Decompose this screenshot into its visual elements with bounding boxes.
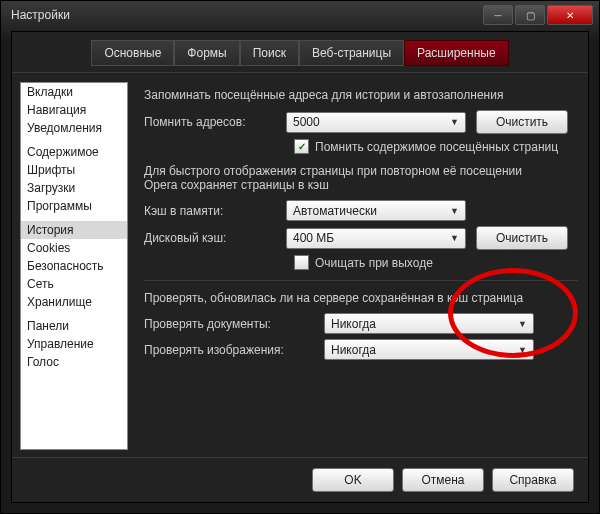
- dialog-body: ОсновныеФормыПоискВеб-страницыРасширенны…: [11, 31, 589, 503]
- cache-intro-1: Для быстрого отображения страницы при по…: [144, 164, 578, 178]
- check-docs-label: Проверять документы:: [144, 317, 314, 331]
- chevron-down-icon: ▼: [450, 117, 459, 127]
- tab-Основные[interactable]: Основные: [91, 40, 174, 66]
- mem-cache-row: Кэш в памяти: Автоматически ▼: [144, 200, 578, 221]
- disk-cache-row: Дисковый кэш: 400 МБ ▼ Очистить: [144, 226, 578, 250]
- minimize-button[interactable]: ─: [483, 5, 513, 25]
- maximize-button[interactable]: ▢: [515, 5, 545, 25]
- window-buttons: ─ ▢ ✕: [481, 5, 593, 25]
- clear-cache-button[interactable]: Очистить: [476, 226, 568, 250]
- check-imgs-value: Никогда: [331, 343, 376, 357]
- clear-history-button[interactable]: Очистить: [476, 110, 568, 134]
- close-button[interactable]: ✕: [547, 5, 593, 25]
- clear-on-exit-label: Очищать при выходе: [315, 256, 433, 270]
- sidebar-item-Безопасность[interactable]: Безопасность: [21, 257, 127, 275]
- disk-cache-value: 400 МБ: [293, 231, 334, 245]
- check-docs-value: Никогда: [331, 317, 376, 331]
- remember-value: 5000: [293, 115, 320, 129]
- sidebar-item-Уведомления[interactable]: Уведомления: [21, 119, 127, 137]
- mem-cache-value: Автоматически: [293, 204, 377, 218]
- help-button[interactable]: Справка: [492, 468, 574, 492]
- history-panel: Запоминать посещённые адреса для истории…: [128, 74, 588, 458]
- titlebar: Настройки ─ ▢ ✕: [1, 1, 599, 29]
- chevron-down-icon: ▼: [518, 345, 527, 355]
- chevron-down-icon: ▼: [518, 319, 527, 329]
- remember-label: Помнить адресов:: [144, 115, 276, 129]
- chevron-down-icon: ▼: [450, 233, 459, 243]
- history-intro: Запоминать посещённые адреса для истории…: [144, 88, 578, 102]
- cache-intro-2: Opera сохраняет страницы в кэш: [144, 178, 578, 192]
- sidebar-item-Хранилище[interactable]: Хранилище: [21, 293, 127, 311]
- check-imgs-row: Проверять изображения: Никогда ▼: [144, 339, 578, 360]
- check-imgs-label: Проверять изображения:: [144, 343, 314, 357]
- sidebar-item-Голос[interactable]: Голос: [21, 353, 127, 371]
- sidebar-item-Сеть[interactable]: Сеть: [21, 275, 127, 293]
- check-intro: Проверять, обновилась ли на сервере сохр…: [144, 291, 578, 305]
- check-docs-row: Проверять документы: Никогда ▼: [144, 313, 578, 334]
- sidebar: ВкладкиНавигацияУведомленияСодержимоеШри…: [20, 82, 128, 450]
- sidebar-item-Вкладки[interactable]: Вкладки: [21, 83, 127, 101]
- check-docs-select[interactable]: Никогда ▼: [324, 313, 534, 334]
- tab-Веб-страницы[interactable]: Веб-страницы: [299, 40, 404, 66]
- tab-Формы[interactable]: Формы: [174, 40, 239, 66]
- disk-cache-label: Дисковый кэш:: [144, 231, 276, 245]
- cancel-button[interactable]: Отмена: [402, 468, 484, 492]
- sidebar-item-Навигация[interactable]: Навигация: [21, 101, 127, 119]
- sidebar-item-Содержимое[interactable]: Содержимое: [21, 143, 127, 161]
- ok-button[interactable]: OK: [312, 468, 394, 492]
- remember-select[interactable]: 5000 ▼: [286, 112, 466, 133]
- settings-window: Настройки ─ ▢ ✕ ОсновныеФормыПоискВеб-ст…: [0, 0, 600, 514]
- disk-cache-select[interactable]: 400 МБ ▼: [286, 228, 466, 249]
- divider: [144, 280, 578, 281]
- sidebar-item-История[interactable]: История: [21, 221, 127, 239]
- remember-row: Помнить адресов: 5000 ▼ Очистить: [144, 110, 578, 134]
- sidebar-item-Программы[interactable]: Программы: [21, 197, 127, 215]
- tab-Расширенные[interactable]: Расширенные: [404, 40, 509, 66]
- sidebar-item-Панели[interactable]: Панели: [21, 317, 127, 335]
- remember-content-label: Помнить содержимое посещённых страниц: [315, 140, 558, 154]
- sidebar-item-Шрифты[interactable]: Шрифты: [21, 161, 127, 179]
- check-imgs-select[interactable]: Никогда ▼: [324, 339, 534, 360]
- chevron-down-icon: ▼: [450, 206, 459, 216]
- mem-cache-label: Кэш в памяти:: [144, 204, 276, 218]
- clear-on-exit-checkbox[interactable]: ✓: [294, 255, 309, 270]
- content-area: ВкладкиНавигацияУведомленияСодержимоеШри…: [12, 74, 588, 458]
- tab-bar: ОсновныеФормыПоискВеб-страницыРасширенны…: [12, 32, 588, 73]
- mem-cache-select[interactable]: Автоматически ▼: [286, 200, 466, 221]
- window-title: Настройки: [11, 8, 70, 22]
- sidebar-item-Управление[interactable]: Управление: [21, 335, 127, 353]
- remember-content-row: ✓ Помнить содержимое посещённых страниц: [294, 139, 578, 154]
- remember-content-checkbox[interactable]: ✓: [294, 139, 309, 154]
- clear-on-exit-row: ✓ Очищать при выходе: [294, 255, 578, 270]
- dialog-footer: OK Отмена Справка: [12, 457, 588, 502]
- sidebar-item-Cookies[interactable]: Cookies: [21, 239, 127, 257]
- tab-Поиск[interactable]: Поиск: [240, 40, 299, 66]
- sidebar-item-Загрузки[interactable]: Загрузки: [21, 179, 127, 197]
